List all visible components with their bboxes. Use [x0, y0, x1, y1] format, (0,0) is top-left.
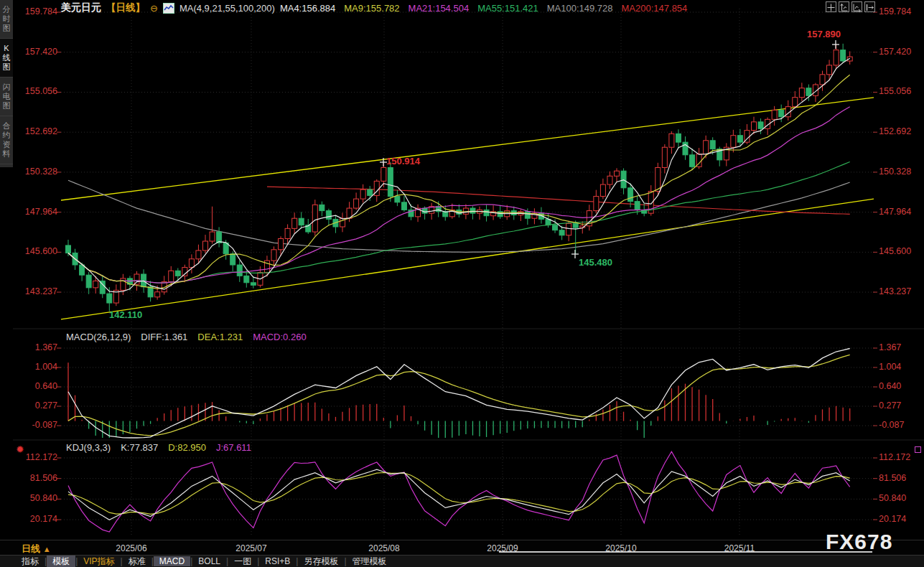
axis-label: 143.237 [879, 286, 923, 296]
toolbar-item-模板[interactable]: 模板 [47, 556, 75, 567]
ma-value: MA4:156.884 [280, 3, 335, 14]
axis-label: 159.784 [13, 6, 57, 17]
axis-label: 0.640 [13, 381, 57, 391]
pan-icon[interactable] [826, 1, 836, 12]
period-title: 【日线】 [106, 1, 145, 14]
price-annotation: 150.914 [386, 156, 420, 167]
ma-values: MA4:156.884MA9:155.782MA21:154.504MA55:1… [280, 3, 687, 14]
sidebar-item-K线图[interactable]: K线图 [0, 39, 13, 78]
kdj-header-value: K:77.837 [121, 442, 158, 453]
date-label: 2025/06 [106, 543, 157, 553]
axis-label: 143.237 [13, 286, 57, 296]
axis-label: 147.964 [13, 207, 57, 217]
axis-label: 81.506 [13, 473, 57, 483]
axis-label: 1.367 [13, 342, 57, 352]
price-annotation: 145.480 [579, 257, 612, 268]
macd-header-value: DIFF:1.361 [141, 332, 187, 342]
ma-params-label: MA(4,9,21,55,100,200) [179, 3, 275, 14]
sidebar-item-闪电图[interactable]: 闪电图 [0, 78, 13, 116]
axis-label: 1.367 [879, 342, 923, 352]
sidebar-item-分时图[interactable]: 分时图 [0, 0, 13, 39]
symbol-title: 美元日元 [61, 1, 101, 14]
bottom-toolbar: 指标|模板|VIP指标|标准|MACD|BOLL|一图|RSI+B|另存模板|管… [0, 555, 924, 567]
axis-label: 1.004 [13, 362, 57, 372]
chart-toolbar-icons [826, 1, 875, 12]
toolbar-item-VIP指标[interactable]: VIP指标 [78, 556, 120, 567]
price-annotation: 157.890 [807, 29, 841, 39]
chart-canvas[interactable] [0, 0, 924, 567]
axis-label: 0.277 [13, 400, 57, 411]
toolbar-item-指标[interactable]: 指标 [16, 556, 45, 567]
toolbar-item-RSI+B[interactable]: RSI+B [259, 556, 296, 566]
toolbar-item-一图[interactable]: 一图 [228, 556, 257, 567]
ma-value: MA200:147.854 [622, 3, 688, 14]
axis-label: 112.172 [879, 452, 923, 462]
y-axis-scale-icon[interactable] [839, 1, 849, 12]
axis-label: 81.506 [879, 473, 923, 483]
axis-label: 159.784 [879, 6, 923, 17]
date-label: 2025/07 [226, 543, 276, 553]
axis-label: 150.328 [879, 167, 923, 177]
axis-label: 20.174 [13, 514, 57, 524]
ma-value: MA9:155.782 [344, 3, 399, 14]
watermark: FX678 [826, 530, 892, 554]
chart-header: 美元日元 【日线】 ⊖ MA(4,9,21,55,100,200) MA4:15… [61, 1, 687, 14]
axis-label: 157.420 [13, 47, 57, 57]
ma-value: MA21:154.504 [409, 3, 470, 14]
macd-header-value: MACD:0.260 [253, 332, 306, 342]
axis-label: 152.692 [13, 126, 57, 136]
axis-label: 0.277 [879, 400, 923, 411]
axis-label: 147.964 [879, 207, 923, 217]
toolbar-item-管理模板[interactable]: 管理模板 [347, 556, 393, 567]
macd-header-value: MACD(26,12,9) [66, 332, 131, 342]
axis-label: 150.328 [13, 167, 57, 177]
axis-label: -0.087 [879, 420, 923, 430]
macd-header-value: DEA:1.231 [197, 332, 243, 342]
shift-right-icon[interactable] [864, 1, 875, 12]
axis-label: 0.640 [879, 381, 923, 391]
kdj-header-value: KDJ(9,3,3) [66, 442, 111, 453]
axis-label: 50.840 [879, 493, 923, 503]
axis-label: 50.840 [13, 493, 57, 503]
kdj-panel-header: KDJ(9,3,3)K:77.837D:82.950J:67.611 [66, 442, 251, 453]
time-axis-row: 日线 ▲ 2025/062025/072025/082025/092025/10… [0, 540, 924, 556]
zoom-out-icon[interactable]: ⊖ [150, 3, 158, 14]
axis-label: 155.056 [879, 86, 923, 96]
axis-label: 1.004 [879, 362, 923, 372]
trading-app-window: 分时图K线图闪电图合约资料 美元日元 【日线】 ⊖ MA(4,9,21,55,1… [0, 0, 924, 567]
kdj-header-value: J:67.611 [216, 442, 251, 453]
axis-label: -0.087 [13, 420, 57, 430]
period-selector[interactable]: 日线 ▲ [22, 543, 51, 556]
toolbar-item-另存模板[interactable]: 另存模板 [298, 556, 344, 567]
toolbar-item-标准[interactable]: 标准 [123, 556, 151, 567]
scrollbar[interactable] [499, 551, 872, 553]
x-axis-scale-icon[interactable] [851, 1, 862, 12]
axis-label: 112.172 [13, 452, 57, 462]
chart-type-sidebar: 分时图K线图闪电图合约资料 [0, 0, 13, 167]
axis-label: 145.600 [13, 246, 57, 256]
axis-label: 20.174 [879, 514, 923, 524]
ma-value: MA55:151.421 [477, 3, 538, 14]
macd-panel-header: MACD(26,12,9)DIFF:1.361DEA:1.231MACD:0.2… [66, 332, 307, 342]
axis-label: 155.056 [13, 86, 57, 96]
ma-value: MA100:149.728 [547, 3, 613, 14]
period-selector-label: 日线 [22, 543, 40, 554]
price-annotation: 142.110 [109, 309, 142, 320]
axis-label: 145.600 [879, 246, 923, 256]
date-label: 2025/08 [359, 543, 409, 553]
sidebar-item-合约资料[interactable]: 合约资料 [0, 116, 13, 164]
axis-label: 157.420 [879, 47, 923, 57]
axis-label: 152.692 [879, 126, 923, 136]
toolbar-item-MACD[interactable]: MACD [154, 556, 190, 566]
toolbar-item-BOLL[interactable]: BOLL [192, 556, 226, 566]
mini-chart-icon[interactable] [163, 3, 174, 14]
kdj-header-value: D:82.950 [168, 442, 206, 453]
chevron-up-icon: ▲ [43, 545, 51, 553]
